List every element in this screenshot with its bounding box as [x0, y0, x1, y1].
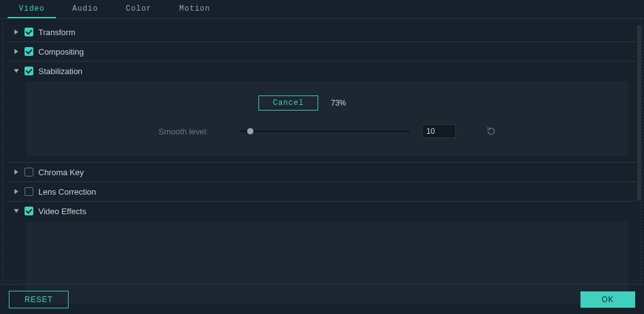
stabilization-body: Cancel 73% Smooth level:: [26, 82, 628, 156]
reset-button[interactable]: RESET: [9, 291, 69, 308]
section-header-stabilization[interactable]: Stabilization: [13, 65, 636, 77]
stabilization-progress-row: Cancel 73%: [38, 95, 616, 111]
property-tabs: Video Audio Color Motion: [0, 0, 644, 19]
chevron-right-icon: [13, 170, 19, 175]
tab-video[interactable]: Video: [8, 1, 56, 18]
section-header-lens-correction[interactable]: Lens Correction: [13, 186, 636, 197]
tab-color[interactable]: Color: [114, 1, 163, 18]
svg-marker-0: [14, 30, 18, 35]
section-label: Stabilization: [38, 67, 82, 76]
section-header-transform[interactable]: Transform: [13, 26, 636, 38]
reset-smooth-icon[interactable]: [486, 126, 496, 136]
section-label: Lens Correction: [38, 187, 96, 197]
chevron-right-icon: [13, 189, 19, 194]
chevron-down-icon: [13, 68, 19, 73]
section-label: Compositing: [38, 47, 84, 57]
checkbox-lens-correction[interactable]: [25, 187, 33, 196]
section-label: Chroma Key: [38, 168, 84, 177]
checkbox-compositing[interactable]: [25, 47, 33, 56]
section-stabilization: Stabilization Cancel 73% Smooth level:: [8, 62, 636, 163]
scrollbar[interactable]: [637, 25, 641, 201]
checkbox-chroma-key[interactable]: [25, 168, 33, 176]
section-header-video-effects[interactable]: Video Effects: [13, 205, 636, 217]
chevron-right-icon: [13, 49, 19, 54]
section-transform: Transform: [8, 23, 636, 42]
cancel-button[interactable]: Cancel: [258, 95, 318, 111]
tab-audio[interactable]: Audio: [61, 1, 109, 18]
slider-thumb[interactable]: [247, 128, 253, 134]
chevron-down-icon: [13, 208, 19, 214]
chevron-right-icon: [13, 30, 19, 35]
progress-percent: 73%: [331, 99, 346, 107]
section-label: Transform: [38, 28, 75, 37]
section-header-chroma-key[interactable]: Chroma Key: [13, 166, 636, 178]
section-compositing: Compositing: [8, 42, 636, 62]
smooth-level-label: Smooth level:: [38, 127, 227, 136]
checkbox-transform[interactable]: [25, 28, 33, 36]
smooth-level-row: Smooth level:: [38, 124, 616, 138]
tab-motion[interactable]: Motion: [168, 1, 221, 18]
smooth-level-slider[interactable]: [240, 127, 409, 136]
smooth-level-input[interactable]: [422, 124, 456, 138]
svg-marker-1: [14, 49, 18, 54]
footer: RESET OK: [0, 284, 644, 314]
section-header-compositing[interactable]: Compositing: [13, 46, 636, 57]
svg-marker-5: [14, 209, 19, 213]
section-lens-correction: Lens Correction: [8, 182, 636, 202]
svg-marker-3: [14, 170, 18, 175]
checkbox-stabilization[interactable]: [25, 67, 33, 75]
slider-track: [240, 131, 409, 132]
ok-button[interactable]: OK: [580, 291, 635, 308]
properties-panel: Transform Compositing Stabilization Canc…: [3, 19, 641, 281]
section-label: Video Effects: [38, 207, 86, 216]
svg-marker-2: [14, 69, 19, 73]
section-chroma-key: Chroma Key: [8, 163, 636, 182]
svg-marker-4: [14, 189, 18, 194]
checkbox-video-effects[interactable]: [25, 207, 33, 215]
